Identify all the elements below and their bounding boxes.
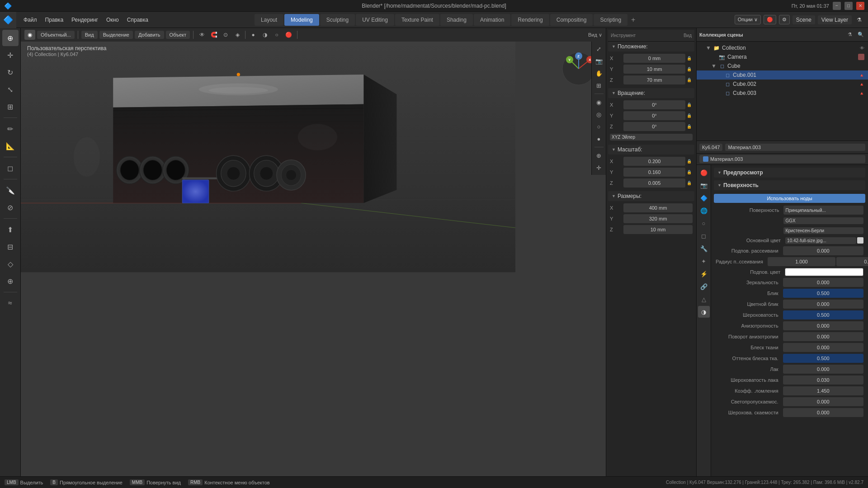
ss-color-swatch[interactable]	[785, 268, 863, 276]
outliner-filter-icon[interactable]: ⚗	[845, 30, 854, 39]
viewport-3d[interactable]: ◉ Объектный... Вид Выделение Добавить Об…	[21, 28, 606, 476]
rot-y-input[interactable]	[623, 111, 685, 120]
anisotropy-input[interactable]	[783, 321, 863, 330]
menu-help[interactable]: Справка	[123, 15, 152, 25]
object-name-field[interactable]: Ку6.047	[699, 144, 722, 151]
position-header[interactable]: Положение:	[608, 42, 694, 52]
ior-input[interactable]	[783, 386, 863, 395]
annotate-tool[interactable]: ✏	[2, 121, 19, 137]
collection-eye-icon[interactable]: 👁	[860, 46, 864, 51]
dim-y-input[interactable]	[623, 214, 693, 223]
tool-icon-4[interactable]: ●	[594, 133, 604, 144]
lock-pos-x[interactable]: 🔒	[685, 55, 693, 62]
transmission-rough-input[interactable]	[783, 408, 863, 417]
close-button[interactable]: ✕	[856, 2, 864, 10]
prop-world-icon[interactable]: ○	[698, 217, 710, 229]
clearcoat-rough-input[interactable]	[783, 375, 863, 385]
overlay-icon[interactable]: ⊕	[594, 150, 604, 161]
menu-window[interactable]: Окно	[103, 15, 123, 25]
hand-icon[interactable]: ✋	[594, 68, 604, 79]
rot-z-input[interactable]	[623, 122, 685, 131]
tab-modeling[interactable]: Modeling	[284, 14, 319, 26]
scale-y-input[interactable]	[623, 168, 685, 177]
object-mode-dropdown[interactable]: Объектный...	[37, 31, 75, 39]
tab-shading[interactable]: Shading	[440, 14, 473, 26]
viewport-proportional-icon[interactable]: ⊙	[220, 30, 231, 40]
tool-icon-1[interactable]: ◉	[594, 97, 604, 108]
specular-input[interactable]	[783, 289, 863, 298]
minimize-button[interactable]: −	[833, 2, 841, 10]
viewport-scene[interactable]	[21, 42, 515, 272]
prop-object-icon[interactable]: ◻	[698, 230, 710, 242]
knife-tool[interactable]: 🔪	[2, 182, 19, 198]
lock-rot-x[interactable]: 🔒	[685, 101, 693, 108]
tab-scripting[interactable]: Scripting	[594, 14, 627, 26]
scale-header[interactable]: Масштаб:	[608, 145, 694, 155]
render-engine-icon[interactable]: 🔴	[764, 15, 776, 24]
prop-physics-icon[interactable]: ⚡	[698, 268, 710, 280]
use-nodes-button[interactable]: Использовать ноды	[714, 194, 865, 203]
inset-tool[interactable]: ⊟	[2, 239, 19, 255]
prop-render-icon[interactable]: 🔴	[698, 167, 710, 178]
grid-icon[interactable]: ⊞	[594, 80, 604, 91]
lock-pos-y[interactable]: 🔒	[685, 66, 693, 73]
bevel-tool[interactable]: ◇	[2, 256, 19, 272]
lock-rot-y[interactable]: 🔒	[685, 112, 693, 119]
rotation-header[interactable]: Вращение:	[608, 88, 694, 98]
lock-scale-y[interactable]: 🔒	[685, 169, 693, 176]
anisotropy-rot-input[interactable]	[783, 332, 863, 341]
filter-icon[interactable]: ⚗	[854, 15, 863, 24]
pos-y-input[interactable]	[623, 65, 685, 74]
prop-scene-icon[interactable]: 🌐	[698, 205, 710, 216]
view-dropdown-button[interactable]: Вид ∨	[588, 32, 602, 38]
clearcoat-input[interactable]	[783, 365, 863, 374]
base-color-texture[interactable]: 10.42-full-size.jpg...	[785, 237, 856, 244]
outliner-item-cube001[interactable]: ◻ Cube.001 🔺	[697, 70, 868, 80]
dimensions-header[interactable]: Размеры:	[608, 191, 694, 201]
object-menu[interactable]: Объект	[166, 31, 190, 39]
ss-method-dropdown[interactable]: Кристенсен-Берли	[783, 227, 863, 234]
tab-texture-paint[interactable]: Texture Paint	[395, 14, 439, 26]
outliner-item-cube002[interactable]: ◻ Cube.002 🔺	[697, 80, 868, 89]
transform-tool[interactable]: ⊞	[2, 99, 19, 115]
outliner-item-cube[interactable]: ▼ ◻ Cube	[697, 61, 868, 70]
prop-particles-icon[interactable]: ✦	[698, 255, 710, 267]
prop-constraints-icon[interactable]: 🔗	[698, 281, 710, 292]
rotate-tool[interactable]: ↻	[2, 64, 19, 80]
scale-x-input[interactable]	[623, 157, 685, 166]
tool-icon-3[interactable]: ○	[594, 121, 604, 132]
tab-uv-editing[interactable]: UV Editing	[356, 14, 394, 26]
tab-animation[interactable]: Animation	[474, 14, 510, 26]
viewport-view-icon[interactable]: 👁	[197, 30, 208, 40]
extrude-tool[interactable]: ⬆	[2, 221, 19, 238]
camera-view-icon[interactable]: 📷	[594, 56, 604, 66]
solid-shade-icon[interactable]: ●	[248, 30, 259, 40]
lock-pos-z[interactable]: 🔒	[685, 76, 693, 84]
pos-z-input[interactable]	[623, 75, 685, 84]
add-cube-tool[interactable]: ◻	[2, 160, 19, 176]
menu-edit[interactable]: Правка	[42, 15, 67, 25]
scene-selector[interactable]: Scene	[793, 15, 815, 24]
cube002-restrict-icon[interactable]: 🔺	[859, 82, 864, 87]
outliner-item-cube003[interactable]: ◻ Cube.003 🔺	[697, 89, 868, 98]
render-shade-icon[interactable]: ○	[271, 30, 282, 40]
loop-cut-tool[interactable]: ⊕	[2, 273, 19, 289]
sheen-input[interactable]	[783, 343, 863, 352]
rot-x-input[interactable]	[623, 100, 685, 109]
cursor-tool[interactable]: ⊕	[2, 30, 19, 46]
render-settings-icon[interactable]: ⚙	[779, 15, 790, 24]
viewport-mode-icon[interactable]: ◉	[24, 30, 35, 40]
add-workspace-button[interactable]: +	[631, 16, 635, 24]
tab-layout[interactable]: Layout	[255, 14, 283, 26]
rotation-mode-dropdown[interactable]: XYZ Эйлер	[610, 134, 693, 141]
prop-modifiers-icon[interactable]: 🔧	[698, 243, 710, 254]
lock-scale-x[interactable]: 🔒	[685, 158, 693, 165]
prop-data-icon[interactable]: △	[698, 293, 710, 305]
material-name-dropdown[interactable]: Материал.003	[699, 155, 865, 163]
scale-tool[interactable]: ⤡	[2, 81, 19, 98]
add-menu[interactable]: Добавить	[135, 31, 164, 39]
outliner-item-collection-root[interactable]: ▼ 📁 Collection 👁	[697, 43, 868, 52]
bisect-tool[interactable]: ⊘	[2, 199, 19, 216]
prop-output-icon[interactable]: 📷	[698, 179, 710, 191]
surface-section-header[interactable]: Поверхность	[714, 180, 865, 190]
